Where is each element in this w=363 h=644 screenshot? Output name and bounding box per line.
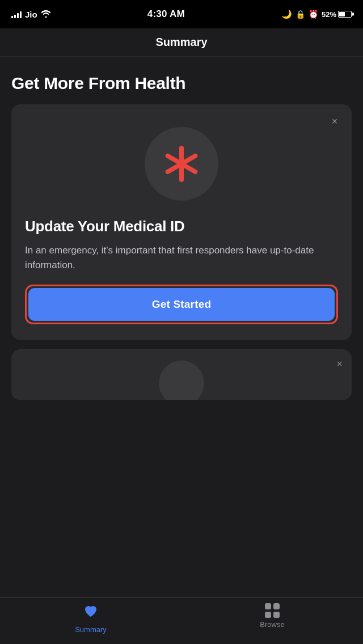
moon-icon: 🌙 — [281, 9, 292, 19]
battery-indicator: 52% — [322, 10, 352, 19]
get-started-button[interactable]: Get Started — [28, 288, 335, 321]
get-started-button-wrapper[interactable]: Get Started — [25, 285, 338, 324]
second-card-preview: × — [11, 349, 352, 400]
alarm-icon: ⏰ — [309, 10, 318, 19]
nav-bar: Summary — [0, 28, 363, 57]
card-preview-icon — [159, 361, 204, 400]
section-heading: Get More From Health — [11, 74, 352, 93]
lock-icon: 🔒 — [296, 10, 305, 19]
signal-icon — [11, 10, 22, 18]
status-bar: Jio 4:30 AM 🌙 🔒 ⏰ 52% — [0, 0, 363, 28]
status-time: 4:30 AM — [147, 9, 185, 20]
medical-id-card: × Update Your Medical ID In an emergency… — [11, 104, 352, 340]
card-close-button[interactable]: × — [327, 113, 343, 129]
carrier-label: Jio — [25, 10, 37, 19]
status-left: Jio — [11, 10, 51, 19]
nav-title: Summary — [155, 36, 207, 49]
medical-asterisk-icon — [159, 141, 204, 187]
browse-grid-icon — [265, 603, 280, 618]
card-description: In an emergency, it's important that fir… — [25, 243, 338, 272]
wifi-icon — [41, 10, 51, 19]
battery-icon — [338, 11, 352, 18]
card-preview-close-button[interactable]: × — [336, 358, 343, 370]
medical-icon-circle — [145, 127, 218, 201]
tab-summary[interactable]: Summary — [0, 603, 182, 634]
main-content: Get More From Health × Update Your Medic… — [0, 57, 363, 597]
summary-heart-icon — [83, 603, 99, 623]
status-right: 🌙 🔒 ⏰ 52% — [281, 9, 352, 19]
tab-summary-label: Summary — [75, 625, 107, 634]
card-icon-area — [11, 104, 352, 218]
tab-browse-label: Browse — [260, 620, 284, 629]
tab-bar: Summary Browse — [0, 597, 363, 644]
tab-browse[interactable]: Browse — [182, 603, 363, 629]
card-title: Update Your Medical ID — [25, 218, 338, 235]
battery-percentage: 52% — [322, 10, 336, 19]
card-body: Update Your Medical ID In an emergency, … — [11, 218, 352, 340]
